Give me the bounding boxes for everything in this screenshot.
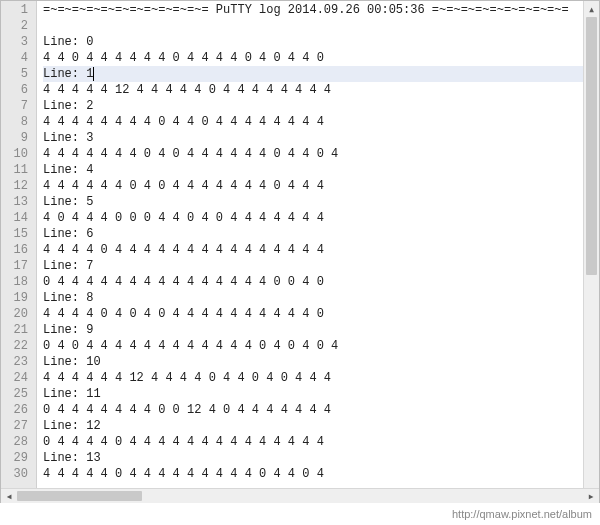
horizontal-scroll-track[interactable] [17, 489, 583, 503]
line-number-gutter: 1234567891011121314151617181920212223242… [1, 1, 37, 502]
code-line[interactable]: Line: 10 [43, 354, 583, 370]
scroll-up-arrow-icon[interactable]: ▴ [584, 1, 599, 17]
code-line-text: 4 4 4 4 4 12 4 4 4 4 4 0 4 4 4 4 4 4 4 4 [43, 83, 338, 97]
code-line-text: Line: 6 [43, 227, 93, 241]
code-line[interactable]: =~=~=~=~=~=~=~=~=~=~=~= PuTTY log 2014.0… [43, 2, 583, 18]
watermark-text: http://qmaw.pixnet.net/album [452, 508, 592, 520]
line-number: 23 [1, 354, 36, 370]
line-number: 21 [1, 322, 36, 338]
editor-frame: 1234567891011121314151617181920212223242… [0, 0, 600, 503]
code-line-text: 0 4 0 4 4 4 4 4 4 4 4 4 4 4 4 0 4 0 4 0 … [43, 339, 345, 353]
line-number: 26 [1, 402, 36, 418]
code-line[interactable]: 4 4 4 4 4 4 4 0 4 0 4 4 4 4 4 4 0 4 4 0 … [43, 146, 583, 162]
line-number: 6 [1, 82, 36, 98]
line-number: 18 [1, 274, 36, 290]
line-number: 2 [1, 18, 36, 34]
line-number: 17 [1, 258, 36, 274]
line-number: 8 [1, 114, 36, 130]
line-number: 27 [1, 418, 36, 434]
line-number: 7 [1, 98, 36, 114]
code-line[interactable]: 0 4 4 4 4 0 4 4 4 4 4 4 4 4 4 4 4 4 4 4 [43, 434, 583, 450]
line-number: 1 [1, 2, 36, 18]
code-line-text: Line: 1 [43, 67, 93, 81]
code-line-text: 4 4 4 4 4 4 4 0 4 0 4 4 4 4 4 4 0 4 4 0 … [43, 147, 345, 161]
code-line[interactable]: Line: 1 [43, 66, 583, 82]
line-number: 12 [1, 178, 36, 194]
footer-bar: http://qmaw.pixnet.net/album [0, 503, 600, 525]
vertical-scroll-thumb[interactable] [586, 17, 597, 275]
code-line-text: Line: 0 [43, 35, 93, 49]
code-line[interactable]: Line: 8 [43, 290, 583, 306]
code-line[interactable]: 0 4 0 4 4 4 4 4 4 4 4 4 4 4 4 0 4 0 4 0 … [43, 338, 583, 354]
code-line-text: Line: 12 [43, 419, 101, 433]
code-line-text: 4 0 4 4 4 0 0 0 4 4 0 4 0 4 4 4 4 4 4 4 [43, 211, 331, 225]
code-line-text: 0 4 4 4 4 0 4 4 4 4 4 4 4 4 4 4 4 4 4 4 [43, 435, 331, 449]
code-line[interactable]: Line: 2 [43, 98, 583, 114]
code-line-text: 0 4 4 4 4 4 4 4 0 0 12 4 0 4 4 4 4 4 4 4 [43, 403, 338, 417]
code-line-text: 4 4 4 4 4 4 12 4 4 4 4 0 4 4 0 4 0 4 4 4 [43, 371, 338, 385]
code-line[interactable]: Line: 9 [43, 322, 583, 338]
horizontal-scrollbar[interactable]: ◂ ▸ [1, 488, 599, 503]
line-number: 20 [1, 306, 36, 322]
line-number: 5 [1, 66, 36, 82]
line-number: 30 [1, 466, 36, 482]
code-line-text: 4 4 4 4 0 4 4 4 4 4 4 4 4 4 4 4 4 4 4 4 [43, 243, 331, 257]
vertical-scrollbar[interactable]: ▴ ▾ [583, 1, 599, 502]
code-line-text: 4 4 4 4 4 4 0 4 0 4 4 4 4 4 4 4 0 4 4 4 [43, 179, 331, 193]
line-number: 3 [1, 34, 36, 50]
code-line[interactable]: Line: 5 [43, 194, 583, 210]
code-line-text: Line: 13 [43, 451, 101, 465]
code-line[interactable]: 4 4 4 4 4 0 4 4 4 4 4 4 4 4 4 0 4 4 0 4 [43, 466, 583, 482]
code-line-text: Line: 4 [43, 163, 93, 177]
line-number: 29 [1, 450, 36, 466]
line-number: 16 [1, 242, 36, 258]
code-text-area[interactable]: =~=~=~=~=~=~=~=~=~=~=~= PuTTY log 2014.0… [37, 1, 583, 502]
scroll-left-arrow-icon[interactable]: ◂ [1, 489, 17, 504]
code-line-text: 4 4 4 4 4 0 4 4 4 4 4 4 4 4 4 0 4 4 0 4 [43, 467, 331, 481]
code-line[interactable]: 4 4 4 4 4 4 0 4 0 4 4 4 4 4 4 4 0 4 4 4 [43, 178, 583, 194]
vertical-scroll-track[interactable] [584, 17, 599, 486]
code-line-text: 4 4 4 4 4 4 4 4 0 4 4 0 4 4 4 4 4 4 4 4 [43, 115, 331, 129]
code-line-text: Line: 9 [43, 323, 93, 337]
code-line[interactable]: 0 4 4 4 4 4 4 4 0 0 12 4 0 4 4 4 4 4 4 4 [43, 402, 583, 418]
code-line-text: =~=~=~=~=~=~=~=~=~=~=~= PuTTY log 2014.0… [43, 3, 569, 17]
code-line[interactable]: Line: 3 [43, 130, 583, 146]
line-number: 15 [1, 226, 36, 242]
code-line[interactable]: 4 0 4 4 4 0 0 0 4 4 0 4 0 4 4 4 4 4 4 4 [43, 210, 583, 226]
code-line[interactable]: 0 4 4 4 4 4 4 4 4 4 4 4 4 4 4 4 0 0 4 0 [43, 274, 583, 290]
line-number: 13 [1, 194, 36, 210]
code-line[interactable]: Line: 13 [43, 450, 583, 466]
code-line-text: Line: 7 [43, 259, 93, 273]
code-line[interactable]: Line: 6 [43, 226, 583, 242]
code-line-text: Line: 11 [43, 387, 101, 401]
code-line[interactable]: Line: 11 [43, 386, 583, 402]
code-line[interactable]: 4 4 4 4 4 4 4 4 0 4 4 0 4 4 4 4 4 4 4 4 [43, 114, 583, 130]
line-number: 10 [1, 146, 36, 162]
code-line[interactable] [43, 18, 583, 34]
line-number: 24 [1, 370, 36, 386]
code-line[interactable]: 4 4 0 4 4 4 4 4 4 0 4 4 4 4 0 4 0 4 4 0 [43, 50, 583, 66]
code-line[interactable]: Line: 7 [43, 258, 583, 274]
horizontal-scroll-thumb[interactable] [17, 491, 142, 501]
code-line[interactable]: Line: 4 [43, 162, 583, 178]
text-caret [93, 67, 94, 81]
code-line-text: Line: 10 [43, 355, 101, 369]
code-line-text: Line: 5 [43, 195, 93, 209]
line-number: 11 [1, 162, 36, 178]
code-line[interactable]: Line: 12 [43, 418, 583, 434]
code-line[interactable]: 4 4 4 4 4 4 12 4 4 4 4 0 4 4 0 4 0 4 4 4 [43, 370, 583, 386]
line-number: 4 [1, 50, 36, 66]
code-line-text: Line: 2 [43, 99, 93, 113]
line-number: 9 [1, 130, 36, 146]
line-number: 19 [1, 290, 36, 306]
code-line-text: Line: 8 [43, 291, 93, 305]
code-line[interactable]: 4 4 4 4 4 12 4 4 4 4 4 0 4 4 4 4 4 4 4 4 [43, 82, 583, 98]
code-line[interactable]: 4 4 4 4 0 4 4 4 4 4 4 4 4 4 4 4 4 4 4 4 [43, 242, 583, 258]
line-number: 25 [1, 386, 36, 402]
code-line[interactable]: Line: 0 [43, 34, 583, 50]
code-line[interactable]: 4 4 4 4 0 4 0 4 0 4 4 4 4 4 4 4 4 4 4 0 [43, 306, 583, 322]
line-number: 14 [1, 210, 36, 226]
code-line-text: 4 4 0 4 4 4 4 4 4 0 4 4 4 4 0 4 0 4 4 0 [43, 51, 331, 65]
line-number: 28 [1, 434, 36, 450]
scroll-right-arrow-icon[interactable]: ▸ [583, 489, 599, 504]
